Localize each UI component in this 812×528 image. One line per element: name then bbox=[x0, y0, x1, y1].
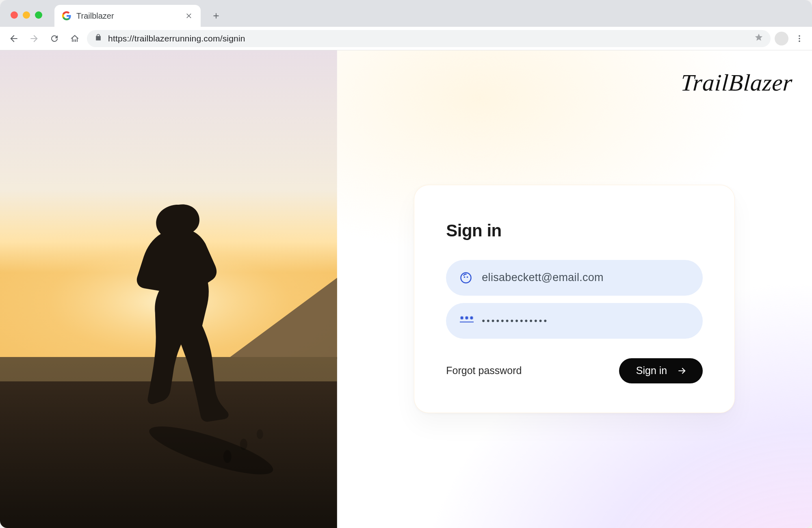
password-input[interactable] bbox=[482, 316, 689, 326]
back-button[interactable] bbox=[6, 30, 22, 47]
window-maximize-button[interactable] bbox=[35, 11, 42, 19]
signin-button[interactable]: Sign in bbox=[619, 358, 703, 383]
brand-logo: TrailBlazer bbox=[680, 69, 793, 96]
window-close-button[interactable] bbox=[11, 11, 18, 19]
forgot-password-link[interactable]: Forgot password bbox=[446, 365, 522, 377]
favicon-google-icon bbox=[62, 11, 71, 21]
signin-title: Sign in bbox=[446, 221, 703, 240]
profile-avatar[interactable] bbox=[775, 32, 788, 45]
browser-tab[interactable]: Trailblazer bbox=[54, 5, 201, 27]
tab-strip: Trailblazer bbox=[0, 0, 812, 27]
reload-button[interactable] bbox=[46, 30, 63, 47]
svg-point-2 bbox=[799, 40, 800, 42]
url-text: https://trailblazerrunning.com/signin bbox=[108, 34, 749, 43]
arrow-right-icon bbox=[677, 366, 687, 376]
lock-icon bbox=[94, 33, 102, 43]
svg-point-8 bbox=[223, 450, 232, 463]
home-button[interactable] bbox=[67, 30, 83, 47]
forward-button[interactable] bbox=[26, 30, 42, 47]
svg-point-10 bbox=[257, 429, 263, 439]
page-content: TrailBlazer Sign in bbox=[0, 50, 812, 528]
signin-button-label: Sign in bbox=[636, 365, 667, 377]
tab-close-button[interactable] bbox=[185, 12, 193, 20]
browser-menu-button[interactable] bbox=[793, 34, 806, 43]
hero-image bbox=[0, 50, 337, 528]
bookmark-star-icon[interactable] bbox=[754, 33, 763, 44]
svg-point-0 bbox=[799, 35, 800, 37]
email-input[interactable] bbox=[482, 271, 689, 284]
signin-card: Sign in bbox=[414, 185, 735, 413]
tab-title: Trailblazer bbox=[76, 11, 180, 21]
window-minimize-button[interactable] bbox=[23, 11, 30, 19]
signin-actions: Forgot password Sign in bbox=[446, 358, 703, 383]
svg-point-13 bbox=[467, 276, 468, 278]
password-field-wrapper[interactable] bbox=[446, 303, 703, 339]
browser-window: Trailblazer https://trailblazerrunning.c… bbox=[0, 0, 812, 528]
browser-toolbar: https://trailblazerrunning.com/signin bbox=[0, 27, 812, 50]
svg-point-12 bbox=[464, 276, 466, 278]
svg-point-9 bbox=[240, 439, 247, 450]
user-avatar-icon bbox=[460, 272, 472, 284]
password-asterisks-icon bbox=[460, 315, 472, 327]
address-bar[interactable]: https://trailblazerrunning.com/signin bbox=[87, 30, 771, 47]
new-tab-button[interactable] bbox=[208, 8, 224, 24]
svg-point-1 bbox=[799, 38, 800, 39]
email-field-wrapper[interactable] bbox=[446, 260, 703, 296]
signin-panel: TrailBlazer Sign in bbox=[337, 50, 812, 528]
window-controls bbox=[11, 11, 42, 19]
